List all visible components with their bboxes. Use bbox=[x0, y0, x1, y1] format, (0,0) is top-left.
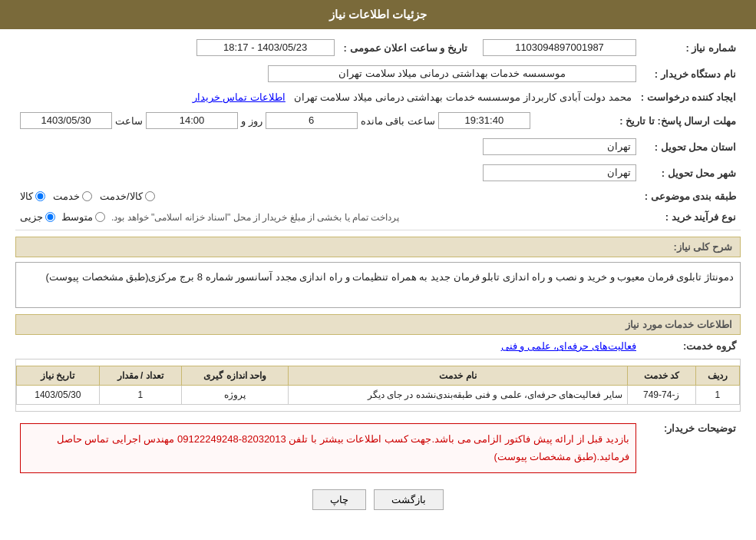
need-desc-section-title: شرح کلی نیاز: bbox=[15, 237, 741, 257]
category-khadamat[interactable]: خدمت bbox=[53, 190, 92, 202]
category-label: طبقه بندی موضوعی : bbox=[640, 188, 741, 204]
city-label: شهر محل تحویل : bbox=[641, 162, 741, 184]
creator-label: ایجاد کننده درخواست : bbox=[636, 89, 741, 105]
announce-date-label: تاریخ و ساعت اعلان عمومی : bbox=[339, 37, 472, 58]
need-description: دمونتاژ تابلوی فرمان معیوب و خرید و نصب … bbox=[15, 262, 741, 308]
col-header-qty: تعداد / مقدار bbox=[99, 366, 181, 386]
process-note: پرداخت تمام یا بخشی از مبلغ خریدار از مح… bbox=[111, 212, 399, 223]
table-cell: سایر فعالیت‌های حرفه‌ای، علمی و فنی طبقه… bbox=[289, 386, 627, 405]
need-number-value: 1103094897001987 bbox=[483, 39, 636, 56]
creator-value: محمد دولت آبادی کاربرداز موسسسه خدمات به… bbox=[294, 91, 632, 103]
col-header-name: نام خدمت bbox=[289, 366, 627, 386]
table-row: 1ز-74-749سایر فعالیت‌های حرفه‌ای، علمی و… bbox=[17, 386, 740, 405]
page-header: جزئیات اطلاعات نیاز bbox=[0, 0, 756, 29]
button-row: بازگشت چاپ bbox=[15, 489, 741, 510]
table-cell: پروژه bbox=[182, 386, 289, 405]
service-group-value[interactable]: فعالیت‌های حرفه‌ای، علمی و فنی bbox=[501, 340, 636, 352]
back-button[interactable]: بازگشت bbox=[374, 489, 444, 510]
days-remaining: 6 bbox=[266, 112, 358, 129]
table-cell: 1403/05/30 bbox=[17, 386, 100, 405]
announce-date-value: 1403/05/23 - 18:17 bbox=[196, 39, 335, 56]
city-value: تهران bbox=[483, 164, 636, 181]
buyer-name-value: موسسسه خدمات بهداشتی درمانی میلاد سلامت … bbox=[268, 65, 636, 82]
province-label: استان محل تحویل : bbox=[641, 136, 741, 157]
process-jozi[interactable]: جزیی bbox=[20, 211, 55, 223]
col-header-row: ردیف bbox=[695, 366, 739, 386]
process-motavaset[interactable]: متوسط bbox=[61, 211, 105, 223]
province-value: تهران bbox=[483, 138, 636, 155]
process-jozi-label: جزیی bbox=[20, 211, 43, 223]
col-header-date: تاریخ نیاز bbox=[17, 366, 100, 386]
response-time: 14:00 bbox=[146, 112, 238, 129]
table-cell: 1 bbox=[99, 386, 181, 405]
creator-link[interactable]: اطلاعات تماس خریدار bbox=[193, 91, 286, 103]
services-table: ردیف کد خدمت نام خدمت واحد اندازه گیری ت… bbox=[16, 366, 740, 405]
buyer-name-label: نام دستگاه خریدار : bbox=[641, 63, 741, 84]
category-kala[interactable]: کالا bbox=[20, 190, 45, 202]
category-kala-label: کالا bbox=[20, 190, 33, 202]
col-header-code: کد خدمت bbox=[627, 366, 695, 386]
response-date: 1403/05/30 bbox=[20, 112, 112, 129]
day-label: روز و bbox=[241, 115, 262, 127]
page-title: جزئیات اطلاعات نیاز bbox=[329, 8, 427, 21]
response-deadline-label: مهلت ارسال پاسخ: تا تاریخ : bbox=[615, 110, 741, 131]
time-label: ساعت bbox=[115, 115, 143, 127]
category-kala-khadamat[interactable]: کالا/خدمت bbox=[100, 190, 155, 202]
process-motavaset-label: متوسط bbox=[61, 211, 93, 223]
table-cell: ز-74-749 bbox=[627, 386, 695, 405]
category-khadamat-label: خدمت bbox=[53, 190, 80, 202]
process-label: نوع فرآیند خرید : bbox=[641, 209, 741, 225]
remaining-time: 19:31:40 bbox=[438, 112, 530, 129]
service-group-label: گروه خدمت: bbox=[641, 338, 741, 354]
col-header-unit: واحد اندازه گیری bbox=[182, 366, 289, 386]
category-kala-khadamat-label: کالا/خدمت bbox=[100, 190, 143, 202]
hour-label: ساعت باقی مانده bbox=[361, 115, 435, 127]
print-button[interactable]: چاپ bbox=[312, 489, 366, 510]
need-number-label: شماره نیاز : bbox=[641, 37, 741, 58]
table-cell: 1 bbox=[695, 386, 739, 405]
buyer-notes-value: بازدید قبل از ارائه پیش فاکتور الزامی می… bbox=[20, 423, 636, 473]
services-section-title: اطلاعات خدمات مورد نیاز bbox=[15, 314, 741, 335]
buyer-notes-label: توضیحات خریدار: bbox=[641, 416, 741, 480]
